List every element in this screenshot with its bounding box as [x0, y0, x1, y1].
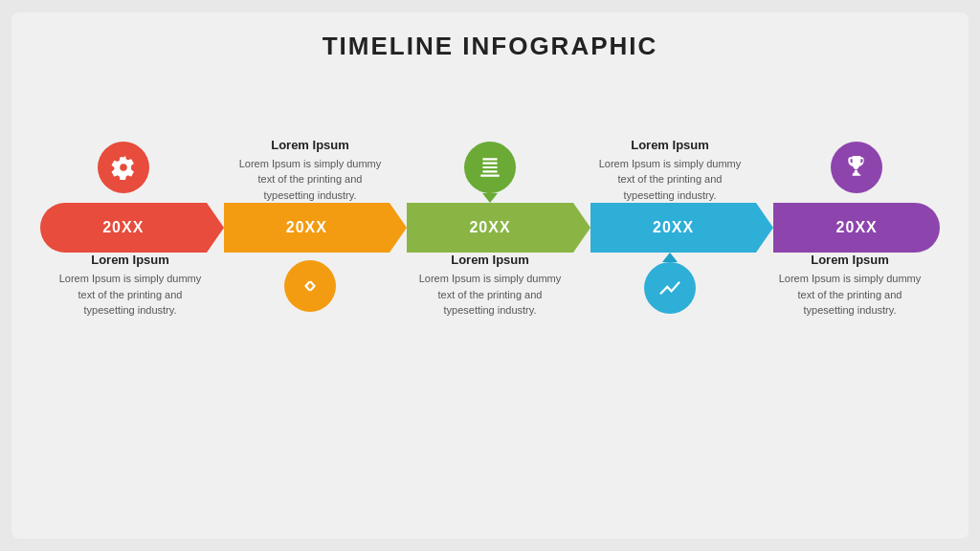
infographic: Lorem Ipsum Lorem Ipsum is simply dummy … [40, 78, 940, 396]
gear-icon [111, 155, 136, 180]
text-body-5: Lorem Ipsum is simply dummy text of the … [773, 271, 926, 319]
timeline-segment-2: 20XX [224, 203, 390, 253]
icon-above-3 [464, 142, 516, 203]
text-title-3: Lorem Ipsum [451, 253, 529, 267]
text-body-4: Lorem Ipsum is simply dummy text of the … [593, 156, 746, 204]
year-label-3: 20XX [469, 219, 510, 236]
top-item-2: Lorem Ipsum Lorem Ipsum is simply dummy … [234, 78, 387, 203]
icon-circle-5 [831, 142, 882, 193]
bottom-item-1: Lorem Ipsum Lorem Ipsum is simply dummy … [54, 253, 207, 396]
slide: TIMELINE INFOGRAPHIC Lorem Ipsum Lorem I… [11, 12, 969, 539]
year-label-2: 20XX [286, 219, 327, 236]
icon-above-1 [98, 142, 149, 193]
year-label-5: 20XX [836, 219, 878, 236]
timeline-segment-3: 20XX [407, 203, 573, 253]
text-title-5: Lorem Ipsum [811, 253, 889, 267]
top-item-4: Lorem Ipsum Lorem Ipsum is simply dummy … [593, 78, 746, 203]
bottom-item-3: Lorem Ipsum Lorem Ipsum is simply dummy … [413, 253, 567, 396]
icon-circle-4 [644, 262, 696, 314]
bottom-item-5: Lorem Ipsum Lorem Ipsum is simply dummy … [773, 253, 926, 396]
icon-circle-2 [284, 260, 336, 312]
down-arrow-3 [482, 193, 498, 203]
text-body-3: Lorem Ipsum is simply dummy text of the … [413, 271, 567, 319]
bottom-item-2 [234, 253, 387, 396]
bottom-row: Lorem Ipsum Lorem Ipsum is simply dummy … [40, 253, 940, 396]
trophy-icon [844, 155, 869, 180]
handshake-icon [298, 274, 323, 298]
icon-above-5 [831, 142, 882, 193]
timeline-row: 20XX 20XX [40, 203, 940, 253]
timeline-segment-5: 20XX [773, 203, 940, 253]
building-icon [478, 155, 502, 180]
page-title: TIMELINE INFOGRAPHIC [323, 32, 658, 61]
text-title-4: Lorem Ipsum [631, 138, 709, 152]
text-title-1: Lorem Ipsum [91, 253, 169, 267]
bottom-item-4 [593, 253, 746, 396]
text-title-2: Lorem Ipsum [271, 138, 349, 152]
year-label-4: 20XX [653, 219, 694, 236]
up-arrow-4 [662, 253, 678, 262]
timeline-segment-1: 20XX [40, 203, 207, 253]
icon-circle-3 [464, 142, 516, 193]
icon-circle-1 [98, 142, 149, 193]
timeline-segment-4: 20XX [590, 203, 757, 253]
year-label-1: 20XX [102, 219, 144, 236]
text-body-2: Lorem Ipsum is simply dummy text of the … [234, 156, 387, 204]
chart-icon [657, 276, 682, 300]
text-body-1: Lorem Ipsum is simply dummy text of the … [54, 271, 207, 319]
